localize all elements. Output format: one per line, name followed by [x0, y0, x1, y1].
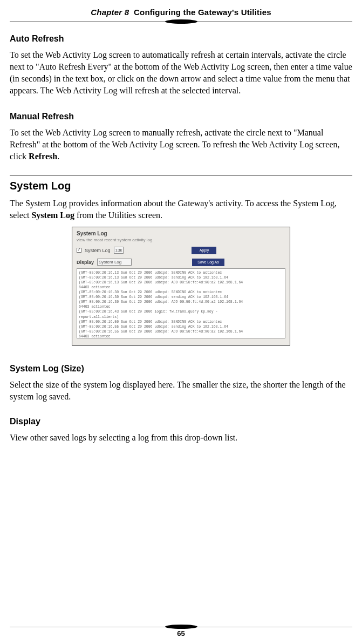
- footer-rule: [10, 625, 352, 627]
- heading-system-log: System Log: [10, 180, 352, 192]
- heading-display: Display: [10, 417, 352, 426]
- ss-checkbox[interactable]: [77, 248, 81, 253]
- body-manual-refresh: To set the Web Activity Log screen to ma…: [10, 127, 352, 162]
- body-system-log-post: from the Utilities screen.: [74, 211, 162, 220]
- chapter-number: Chapter 8: [91, 8, 129, 17]
- ss-label-display: Display: [77, 260, 94, 265]
- ss-log-content: (GMT-05:00:20:16.13 Sun Oct 29 2006 udbc…: [77, 268, 285, 338]
- ss-label-systemlog: System Log: [85, 248, 111, 253]
- body-system-log-bold: System Log: [31, 211, 74, 220]
- section-divider: [10, 175, 352, 175]
- ss-title: System Log: [77, 231, 285, 236]
- heading-auto-refresh: Auto Refresh: [10, 34, 352, 44]
- ss-row-size: System Log 13k Apply: [77, 247, 285, 254]
- body-manual-refresh-bold: Refresh: [29, 152, 57, 161]
- heading-manual-refresh: Manual Refresh: [10, 112, 352, 121]
- ss-save-button[interactable]: Save Log As: [192, 259, 224, 266]
- ss-apply-button[interactable]: Apply: [192, 247, 216, 254]
- ss-subtitle: view the most recent system activity log…: [77, 238, 285, 242]
- ss-select-size[interactable]: 13k: [114, 247, 124, 254]
- body-manual-refresh-post: .: [57, 152, 59, 161]
- ss-row-display: Display System Log Save Log As: [77, 259, 285, 266]
- ss-select-display[interactable]: System Log: [97, 259, 132, 266]
- page-footer: 65: [0, 625, 362, 638]
- heading-system-log-size: System Log (Size): [10, 364, 352, 374]
- header-rule: [10, 21, 352, 23]
- page-number: 65: [0, 629, 362, 638]
- body-system-log: The System Log provides information abou…: [10, 198, 352, 221]
- body-auto-refresh: To set the Web Activity Log screen to au…: [10, 49, 352, 97]
- page-header: Chapter 8 Configuring the Gateway's Util…: [10, 0, 352, 21]
- body-system-log-size: Select the size of the system log displa…: [10, 379, 352, 403]
- body-display: View other saved logs by selecting a log…: [10, 432, 352, 444]
- chapter-title: Configuring the Gateway's Utilities: [134, 8, 271, 17]
- system-log-screenshot: System Log view the most recent system a…: [72, 227, 290, 345]
